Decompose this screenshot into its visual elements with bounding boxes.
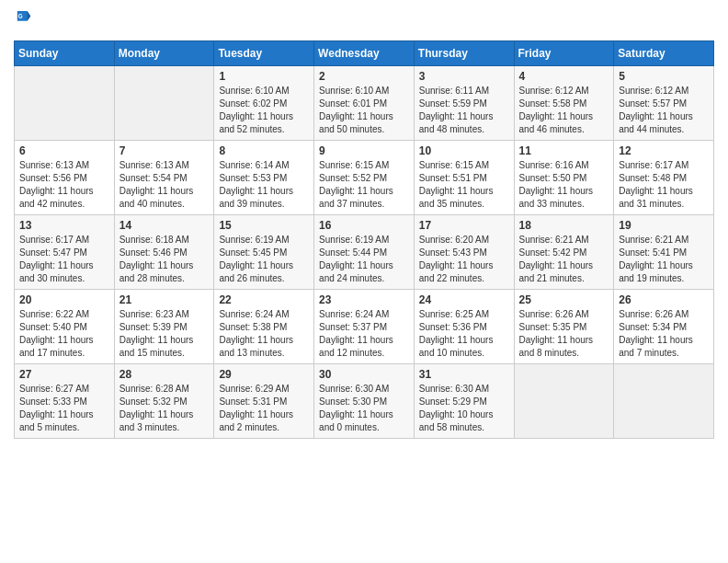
- sunset-text: Sunset: 5:50 PM: [519, 173, 587, 183]
- calendar-cell: 14 Sunrise: 6:18 AM Sunset: 5:46 PM Dayl…: [114, 215, 214, 290]
- sunrise-text: Sunrise: 6:21 AM: [519, 235, 589, 245]
- cell-content: Sunrise: 6:21 AM Sunset: 5:41 PM Dayligh…: [619, 234, 709, 285]
- daylight-text: Daylight: 11 hours and 15 minutes.: [119, 335, 194, 358]
- cell-content: Sunrise: 6:13 AM Sunset: 5:56 PM Dayligh…: [19, 159, 109, 211]
- sunrise-text: Sunrise: 6:30 AM: [319, 384, 389, 394]
- calendar-cell: 24 Sunrise: 6:25 AM Sunset: 5:36 PM Dayl…: [414, 290, 514, 364]
- logo: G: [14, 9, 34, 33]
- weekday-header: Thursday: [414, 41, 514, 66]
- daylight-text: Daylight: 11 hours and 24 minutes.: [319, 260, 393, 283]
- sunset-text: Sunset: 6:01 PM: [319, 98, 387, 109]
- cell-content: Sunrise: 6:15 AM Sunset: 5:52 PM Dayligh…: [319, 159, 409, 211]
- day-number: 29: [219, 368, 309, 381]
- cell-content: Sunrise: 6:30 AM Sunset: 5:30 PM Dayligh…: [319, 383, 409, 434]
- calendar-cell: [15, 66, 115, 141]
- sunset-text: Sunset: 5:45 PM: [219, 247, 287, 258]
- day-number: 10: [419, 144, 509, 157]
- sunrise-text: Sunrise: 6:24 AM: [319, 309, 389, 319]
- calendar-cell: 3 Sunrise: 6:11 AM Sunset: 5:59 PM Dayli…: [414, 66, 514, 141]
- calendar-cell: 4 Sunrise: 6:12 AM Sunset: 5:58 PM Dayli…: [514, 66, 614, 141]
- calendar-cell: 15 Sunrise: 6:19 AM Sunset: 5:45 PM Dayl…: [214, 215, 314, 290]
- daylight-text: Daylight: 11 hours and 19 minutes.: [619, 260, 693, 283]
- sunrise-text: Sunrise: 6:17 AM: [619, 160, 688, 170]
- sunset-text: Sunset: 5:47 PM: [19, 247, 87, 258]
- weekday-header: Wednesday: [314, 41, 415, 66]
- cell-content: Sunrise: 6:12 AM Sunset: 5:57 PM Dayligh…: [619, 85, 709, 136]
- calendar-cell: 19 Sunrise: 6:21 AM Sunset: 5:41 PM Dayl…: [614, 215, 714, 290]
- daylight-text: Daylight: 11 hours and 37 minutes.: [319, 186, 393, 209]
- cell-content: Sunrise: 6:10 AM Sunset: 6:02 PM Dayligh…: [219, 85, 309, 136]
- day-number: 19: [619, 219, 709, 232]
- cell-content: Sunrise: 6:15 AM Sunset: 5:51 PM Dayligh…: [419, 159, 509, 211]
- calendar-cell: 6 Sunrise: 6:13 AM Sunset: 5:56 PM Dayli…: [15, 141, 115, 215]
- daylight-text: Daylight: 11 hours and 21 minutes.: [519, 260, 594, 283]
- day-number: 30: [319, 368, 409, 381]
- cell-content: Sunrise: 6:11 AM Sunset: 5:59 PM Dayligh…: [419, 85, 509, 136]
- cell-content: Sunrise: 6:16 AM Sunset: 5:50 PM Dayligh…: [519, 159, 609, 211]
- sunset-text: Sunset: 5:59 PM: [419, 98, 487, 109]
- cell-content: Sunrise: 6:24 AM Sunset: 5:37 PM Dayligh…: [319, 308, 409, 360]
- sunset-text: Sunset: 5:46 PM: [119, 247, 188, 258]
- day-number: 4: [519, 70, 609, 83]
- day-number: 31: [419, 368, 509, 381]
- calendar-cell: [514, 364, 614, 439]
- day-number: 28: [119, 368, 210, 381]
- sunset-text: Sunset: 5:34 PM: [619, 322, 687, 332]
- cell-content: Sunrise: 6:26 AM Sunset: 5:34 PM Dayligh…: [619, 308, 709, 360]
- sunset-text: Sunset: 5:40 PM: [19, 322, 87, 332]
- calendar-week-row: 6 Sunrise: 6:13 AM Sunset: 5:56 PM Dayli…: [15, 141, 714, 215]
- weekday-header: Saturday: [614, 41, 714, 66]
- day-number: 26: [619, 293, 709, 306]
- sunrise-text: Sunrise: 6:14 AM: [219, 160, 289, 170]
- sunrise-text: Sunrise: 6:21 AM: [619, 235, 688, 245]
- sunset-text: Sunset: 5:39 PM: [119, 322, 188, 332]
- daylight-text: Daylight: 11 hours and 2 minutes.: [219, 409, 293, 432]
- day-number: 24: [419, 293, 509, 306]
- daylight-text: Daylight: 11 hours and 7 minutes.: [619, 335, 693, 358]
- day-number: 15: [219, 219, 309, 232]
- sunset-text: Sunset: 5:48 PM: [619, 173, 687, 183]
- day-number: 1: [219, 70, 309, 83]
- day-number: 27: [19, 368, 109, 381]
- cell-content: Sunrise: 6:19 AM Sunset: 5:44 PM Dayligh…: [319, 234, 409, 285]
- daylight-text: Daylight: 11 hours and 28 minutes.: [119, 260, 194, 283]
- cell-content: Sunrise: 6:10 AM Sunset: 6:01 PM Dayligh…: [319, 85, 409, 136]
- sunset-text: Sunset: 5:44 PM: [319, 247, 387, 258]
- daylight-text: Daylight: 11 hours and 46 minutes.: [519, 111, 594, 134]
- daylight-text: Daylight: 11 hours and 13 minutes.: [219, 335, 293, 358]
- sunset-text: Sunset: 5:35 PM: [519, 322, 587, 332]
- calendar-header: SundayMondayTuesdayWednesdayThursdayFrid…: [15, 41, 714, 66]
- calendar-week-row: 20 Sunrise: 6:22 AM Sunset: 5:40 PM Dayl…: [15, 290, 714, 364]
- sunrise-text: Sunrise: 6:11 AM: [419, 86, 489, 96]
- sunset-text: Sunset: 5:36 PM: [419, 322, 487, 332]
- cell-content: Sunrise: 6:12 AM Sunset: 5:58 PM Dayligh…: [519, 85, 609, 136]
- sunset-text: Sunset: 5:38 PM: [219, 322, 287, 332]
- daylight-text: Daylight: 11 hours and 17 minutes.: [19, 335, 94, 358]
- calendar-cell: 7 Sunrise: 6:13 AM Sunset: 5:54 PM Dayli…: [114, 141, 214, 215]
- day-number: 6: [19, 144, 109, 157]
- day-number: 2: [319, 70, 409, 83]
- calendar-cell: 13 Sunrise: 6:17 AM Sunset: 5:47 PM Dayl…: [15, 215, 115, 290]
- weekday-header: Tuesday: [214, 41, 314, 66]
- calendar-cell: 21 Sunrise: 6:23 AM Sunset: 5:39 PM Dayl…: [114, 290, 214, 364]
- daylight-text: Daylight: 11 hours and 44 minutes.: [619, 111, 693, 134]
- calendar-week-row: 1 Sunrise: 6:10 AM Sunset: 6:02 PM Dayli…: [15, 66, 714, 141]
- daylight-text: Daylight: 11 hours and 40 minutes.: [119, 186, 194, 209]
- cell-content: Sunrise: 6:29 AM Sunset: 5:31 PM Dayligh…: [219, 383, 309, 434]
- day-number: 13: [19, 219, 109, 232]
- sunset-text: Sunset: 5:29 PM: [419, 396, 487, 407]
- calendar-cell: 26 Sunrise: 6:26 AM Sunset: 5:34 PM Dayl…: [614, 290, 714, 364]
- sunrise-text: Sunrise: 6:15 AM: [319, 160, 389, 170]
- daylight-text: Daylight: 11 hours and 3 minutes.: [119, 409, 194, 432]
- day-number: 7: [119, 144, 210, 157]
- day-number: 22: [219, 293, 309, 306]
- day-number: 25: [519, 293, 609, 306]
- cell-content: Sunrise: 6:23 AM Sunset: 5:39 PM Dayligh…: [119, 308, 210, 360]
- calendar-cell: 16 Sunrise: 6:19 AM Sunset: 5:44 PM Dayl…: [314, 215, 415, 290]
- calendar-body: 1 Sunrise: 6:10 AM Sunset: 6:02 PM Dayli…: [15, 66, 714, 439]
- sunset-text: Sunset: 5:58 PM: [519, 98, 587, 109]
- sunrise-text: Sunrise: 6:25 AM: [419, 309, 489, 319]
- sunset-text: Sunset: 5:43 PM: [419, 247, 487, 258]
- cell-content: Sunrise: 6:24 AM Sunset: 5:38 PM Dayligh…: [219, 308, 309, 360]
- header: G: [14, 9, 714, 33]
